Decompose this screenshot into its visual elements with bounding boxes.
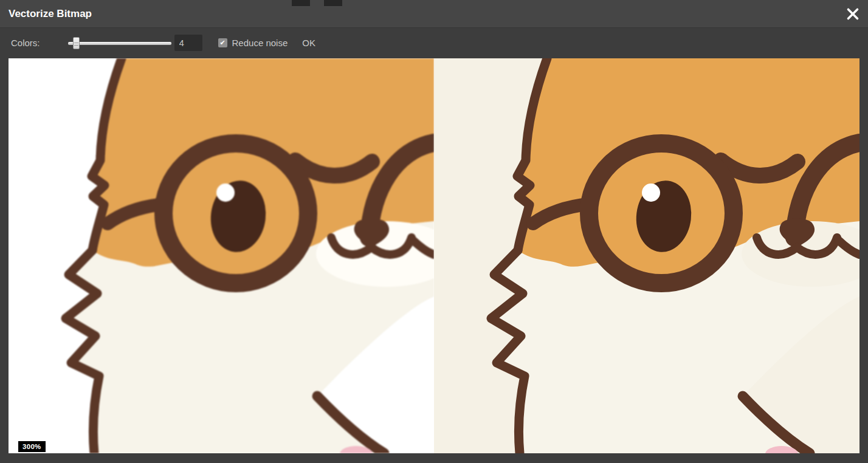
close-icon	[846, 7, 859, 21]
window-tab-stub	[292, 0, 310, 6]
vectorize-preview[interactable]: 300%	[9, 58, 859, 453]
colors-slider[interactable]	[68, 37, 171, 49]
reduce-noise-label[interactable]: Reduce noise	[232, 38, 288, 48]
colors-slider-handle[interactable]	[73, 37, 80, 49]
original-bitmap-image	[9, 58, 434, 453]
reduce-noise-checkbox[interactable]: ✔	[218, 38, 227, 47]
close-button[interactable]	[842, 4, 863, 24]
colors-value-input[interactable]	[174, 35, 202, 51]
colors-label: Colors:	[11, 38, 40, 48]
original-bitmap-pane[interactable]	[9, 58, 434, 453]
zoom-level-badge: 300%	[18, 441, 46, 452]
check-icon: ✔	[219, 38, 225, 47]
dialog-titlebar: Vectorize Bitmap	[0, 0, 868, 28]
vectorize-toolbar: Colors: ✔ Reduce noise OK	[0, 28, 868, 58]
window-tab-stub	[324, 0, 342, 6]
colors-slider-track[interactable]	[68, 42, 171, 45]
vectorized-image	[434, 58, 859, 453]
dialog-title: Vectorize Bitmap	[9, 8, 92, 20]
vectorized-result-pane[interactable]	[434, 58, 859, 453]
ok-button[interactable]: OK	[302, 38, 315, 48]
